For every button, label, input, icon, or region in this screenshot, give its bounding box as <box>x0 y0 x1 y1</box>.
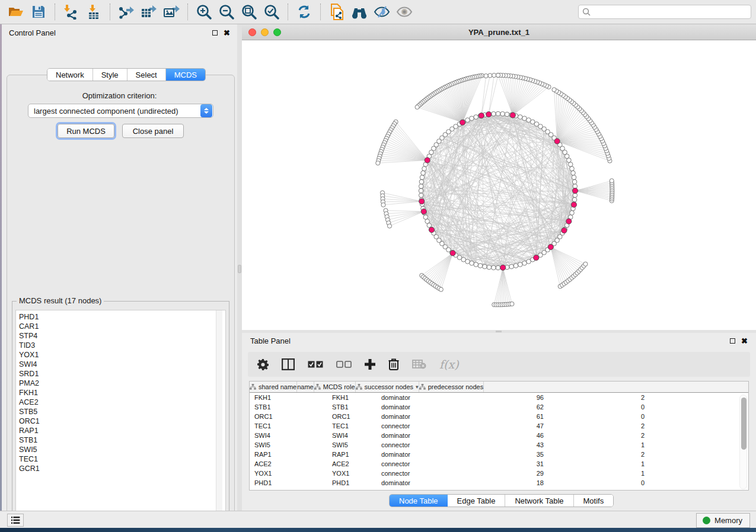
delete-table-icon <box>412 360 426 369</box>
table-settings-button[interactable] <box>257 359 269 370</box>
table-row[interactable]: TEC1 TEC1 connector 47 2 <box>250 421 748 431</box>
result-node-item[interactable]: GCR1 <box>19 464 225 473</box>
table-tab[interactable]: Edge Table <box>448 495 506 507</box>
network-canvas[interactable] <box>242 40 756 330</box>
table-scrollbar[interactable] <box>739 395 747 489</box>
open-folder-icon <box>8 5 24 18</box>
control-tab[interactable]: Style <box>93 69 127 81</box>
control-panel-title: Control Panel <box>9 28 56 37</box>
result-node-item[interactable]: STB1 <box>19 435 225 445</box>
result-node-item[interactable]: SWI4 <box>19 360 225 369</box>
result-node-item[interactable]: STP4 <box>19 331 225 341</box>
splitter-handle[interactable] <box>496 331 502 332</box>
sort-icon: ▾ <box>416 384 419 390</box>
control-tab[interactable]: Network <box>47 69 93 81</box>
table-tab[interactable]: Network Table <box>505 495 573 507</box>
task-history-button[interactable] <box>7 514 24 527</box>
result-node-item[interactable]: SWI5 <box>19 445 225 454</box>
table-row[interactable]: STB1 STB1 dominator 62 0 <box>250 402 748 412</box>
run-mcds-button[interactable]: Run MCDS <box>58 124 114 138</box>
column-header[interactable]: predecessor nodes <box>419 382 484 392</box>
delete-table-button[interactable] <box>412 360 426 369</box>
result-node-item[interactable]: STB5 <box>19 407 225 416</box>
zoom-in-button[interactable] <box>193 2 215 22</box>
import-table-button[interactable] <box>82 2 105 22</box>
function-builder-button[interactable]: f(x) <box>439 358 459 371</box>
table-tab[interactable]: Motifs <box>574 495 614 507</box>
import-network-button[interactable] <box>60 2 82 22</box>
export-image-button[interactable] <box>160 2 183 22</box>
table-row[interactable]: PHD1 PHD1 dominator 18 0 <box>250 478 748 488</box>
result-node-item[interactable]: TEC1 <box>19 454 225 464</box>
hide-selected-button[interactable] <box>371 2 393 22</box>
open-file-button[interactable] <box>5 2 27 22</box>
column-header[interactable]: name <box>297 382 314 392</box>
search-input[interactable] <box>591 8 747 16</box>
control-panel: Control Panel ✖ NetworkStyleSelectMCDS O… <box>2 24 237 511</box>
column-header[interactable]: MCDS role <box>314 382 356 392</box>
refresh-button[interactable] <box>293 2 315 22</box>
export-network-icon <box>118 4 135 20</box>
float-panel-icon[interactable] <box>730 338 735 344</box>
node-table[interactable]: shared name name MCDS role successor nod… <box>249 381 749 491</box>
result-scrollbar[interactable] <box>216 310 222 518</box>
table-row[interactable]: YOX1 YOX1 connector 29 1 <box>250 469 748 478</box>
splitter-handle[interactable] <box>238 265 241 273</box>
table-row[interactable]: ACE2 ACE2 connector 31 1 <box>250 459 748 469</box>
delete-column-button[interactable] <box>388 358 399 370</box>
result-node-item[interactable]: PHD1 <box>19 312 225 322</box>
result-node-item[interactable]: FKH1 <box>19 388 225 398</box>
table-row[interactable]: RAP1 RAP1 dominator 35 2 <box>250 450 748 459</box>
select-all-button[interactable] <box>308 361 323 368</box>
search-box[interactable] <box>578 5 751 19</box>
create-column-button[interactable] <box>365 359 375 370</box>
zoom-out-icon <box>219 4 234 20</box>
zoom-selected-button[interactable] <box>260 2 283 22</box>
save-session-button[interactable] <box>27 2 50 22</box>
result-node-item[interactable]: CAR1 <box>19 322 225 331</box>
vertical-splitter[interactable] <box>237 24 242 511</box>
result-node-item[interactable]: ORC1 <box>19 416 225 426</box>
show-columns-button[interactable] <box>282 358 295 370</box>
deselect-all-button[interactable] <box>336 361 352 368</box>
result-node-item[interactable]: SRD1 <box>19 369 225 379</box>
float-panel-icon[interactable] <box>212 30 218 36</box>
table-row[interactable]: FKH1 FKH1 dominator 96 2 <box>250 393 748 402</box>
first-neighbors-button[interactable] <box>348 2 371 22</box>
result-node-item[interactable]: PMA2 <box>19 379 225 388</box>
criterion-select[interactable]: largest connected component (undirected) <box>28 104 213 118</box>
scrollbar-thumb[interactable] <box>741 398 747 450</box>
zoom-out-button[interactable] <box>215 2 238 22</box>
toolbar-separator <box>187 4 188 20</box>
table-row[interactable]: ORC1 ORC1 dominator 61 0 <box>250 412 748 421</box>
table-tab[interactable]: Node Table <box>390 495 448 507</box>
result-node-item[interactable]: TID3 <box>19 341 225 350</box>
clone-network-button[interactable] <box>326 2 348 22</box>
close-panel-button[interactable]: Close panel <box>122 124 184 138</box>
export-image-icon <box>163 4 180 20</box>
column-header[interactable]: successor nodes ▾ <box>356 382 419 392</box>
export-table-button[interactable] <box>138 2 160 22</box>
close-panel-icon[interactable]: ✖ <box>741 338 748 344</box>
toolbar-separator <box>320 4 321 20</box>
result-node-item[interactable]: RAP1 <box>19 426 225 435</box>
table-row[interactable]: SWI5 SWI5 connector 43 1 <box>250 440 748 450</box>
export-network-button[interactable] <box>115 2 138 22</box>
save-icon <box>32 5 45 18</box>
network-column-icon <box>314 384 321 390</box>
show-all-button[interactable] <box>393 2 416 22</box>
table-row[interactable]: SWI4 SWI4 dominator 46 2 <box>250 431 748 440</box>
toolbar-separator <box>288 4 288 20</box>
search-icon <box>582 8 591 16</box>
memory-button[interactable]: Memory <box>696 513 750 528</box>
result-node-item[interactable]: ACE2 <box>19 398 225 407</box>
column-label: successor nodes <box>365 383 414 390</box>
zoom-fit-button[interactable] <box>238 2 260 22</box>
result-node-item[interactable]: YOX1 <box>19 350 225 360</box>
control-tab[interactable]: MCDS <box>166 69 205 81</box>
mcds-result-list[interactable]: PHD1CAR1STP4TID3YOX1SWI4SRD1PMA2FKH1ACE2… <box>15 310 226 519</box>
network-titlebar[interactable]: YPA_prune.txt_1 <box>242 24 756 40</box>
column-header[interactable]: shared name <box>250 382 297 392</box>
control-tab[interactable]: Select <box>127 69 166 81</box>
close-panel-icon[interactable]: ✖ <box>224 30 230 36</box>
